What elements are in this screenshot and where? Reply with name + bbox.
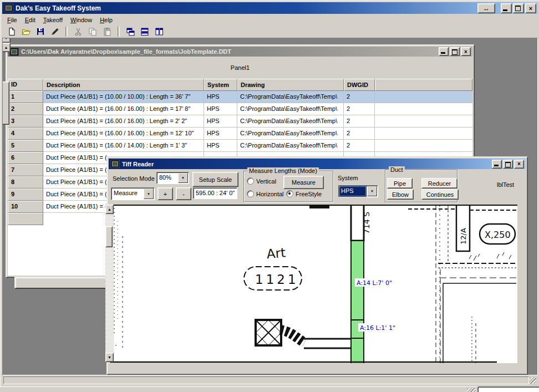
tiff-minimize-button[interactable] (492, 160, 502, 169)
row-header-id[interactable]: 5 (8, 140, 43, 152)
zoom-out-button[interactable]: - (176, 187, 191, 200)
chevron-down-icon[interactable]: ▼ (144, 189, 154, 199)
measure-mode-combobox[interactable]: Measure ▼ (111, 187, 155, 200)
cell-description[interactable]: Duct Piece (A1/B1) = (16.00 / 16.00) : L… (43, 128, 204, 140)
maximize-button[interactable] (513, 3, 524, 13)
column-header-system[interactable]: System (204, 79, 237, 91)
scroll-down-arrow[interactable]: ▼ (105, 353, 114, 362)
cascade-windows-icon[interactable] (124, 26, 136, 37)
row-header-id[interactable]: 3 (8, 115, 43, 128)
duct-continues-button[interactable]: Continues (421, 189, 459, 200)
open-folder-icon[interactable] (20, 26, 32, 37)
drawing-canvas[interactable]: 714 S Art 1121 1 (109, 205, 517, 363)
draw-icon[interactable] (49, 26, 61, 37)
swap-windows-button[interactable]: ↔ (477, 3, 495, 13)
cell-system[interactable]: HPS (204, 91, 237, 103)
tile-vertical-icon[interactable] (153, 26, 165, 37)
row-header-id[interactable]: 7 (8, 164, 43, 176)
row-header-id[interactable]: 6 (8, 152, 43, 164)
row-filler (375, 103, 472, 115)
tiff-close-button[interactable]: × (514, 160, 524, 169)
cell-system[interactable]: HPS (204, 115, 237, 128)
column-header-description[interactable]: Description (43, 79, 204, 91)
terminal-tag-text: X,250 (485, 230, 511, 240)
cell-drawing[interactable]: C:\ProgramData\EasyTakeoff\Temp\ (237, 140, 344, 152)
scroll-thumb[interactable] (2, 82, 9, 125)
zoom-in-button[interactable]: + (157, 187, 173, 200)
menu-help[interactable]: Help (96, 16, 116, 24)
scale-value-field[interactable]: 595.00 : 24' 0" (193, 187, 237, 199)
duct-reducer-button[interactable]: Reducer (421, 178, 457, 189)
cell-drawing[interactable]: C:\ProgramData\EasyTakeoff\Temp\ (237, 128, 344, 140)
table-row[interactable]: 5Duct Piece (A1/B1) = (16.00 / 14.00) : … (8, 140, 472, 152)
column-header-drawing[interactable]: Drawing (237, 79, 344, 91)
job-close-button[interactable]: × (461, 47, 471, 56)
status-panel (3, 376, 529, 384)
table-row[interactable]: 4Duct Piece (A1/B1) = (16.00 / 16.00) : … (8, 128, 472, 140)
tiff-maximize-button[interactable] (503, 160, 513, 169)
row-header-id[interactable]: 4 (8, 128, 43, 140)
setup-scale-button[interactable]: Setup Scale (192, 172, 238, 187)
save-icon[interactable] (34, 26, 47, 37)
resize-grip[interactable] (467, 388, 476, 392)
scroll-down-arrow[interactable]: ▼ (2, 38, 11, 43)
cell-system[interactable]: HPS (204, 103, 237, 115)
table-row[interactable]: 1Duct Piece (A1/B1) = (10.00 / 10.00) : … (8, 91, 472, 103)
cut-icon (72, 26, 84, 37)
radio-freestyle[interactable]: FreeStyle (286, 190, 322, 197)
cell-drawing[interactable]: C:\ProgramData\EasyTakeoff\Temp\ (237, 115, 344, 128)
chevron-down-icon[interactable]: ▼ (178, 173, 188, 183)
cell-dwgid[interactable]: 2 (344, 140, 375, 152)
job-minimize-button[interactable] (439, 47, 449, 56)
cell-dwgid[interactable]: 2 (344, 91, 375, 103)
tiff-reader-title: Tiff Reader (122, 161, 154, 167)
cell-dwgid[interactable]: 2 (344, 115, 375, 128)
new-file-icon[interactable] (6, 26, 18, 37)
zoom-combobox[interactable]: 80% ▼ (156, 172, 189, 184)
chevron-down-icon[interactable]: ▼ (367, 186, 377, 196)
radio-horizontal[interactable]: Horizontal (247, 190, 284, 197)
cell-description[interactable]: Duct Piece (A1/B1) = (16.00 / 16.00) : L… (43, 103, 204, 115)
column-header-id[interactable]: ID (8, 79, 43, 91)
cell-system[interactable]: HPS (204, 140, 237, 152)
duct-piece-highlight-lower[interactable] (351, 338, 364, 363)
minimize-button[interactable] (501, 3, 512, 13)
menu-edit[interactable]: Edit (22, 16, 39, 24)
row-header-id[interactable]: 9 (8, 189, 43, 201)
menu-window[interactable]: Window (67, 16, 95, 24)
duct-elbow-button[interactable]: Elbow (387, 189, 414, 200)
cell-description[interactable]: Duct Piece (A1/B1) = (10.00 / 10.00) : L… (43, 91, 204, 103)
job-maximize-button[interactable] (450, 47, 460, 56)
drawing-vertical-scrollbar[interactable]: ▲ ▼ (105, 205, 114, 362)
scroll-thumb[interactable] (105, 226, 113, 247)
lbltest-label: lblTest (497, 181, 514, 188)
mdi-workspace: C:\Users\Dak Ariyaratne\Dropbox\sample_f… (2, 38, 538, 375)
menu-file[interactable]: File (4, 16, 21, 24)
menu-takeoff[interactable]: Takeoff (40, 16, 66, 24)
cell-description[interactable]: Duct Piece (A1/B1) = (16.00 / 14.00) : L… (43, 140, 204, 152)
radio-vertical[interactable]: Vertical (247, 177, 276, 185)
tile-horizontal-icon[interactable] (139, 26, 151, 37)
column-header-dwgid[interactable]: DWGID (344, 79, 375, 91)
cell-drawing[interactable]: C:\ProgramData\EasyTakeoff\Temp\ (237, 103, 344, 115)
cell-dwgid[interactable]: 2 (344, 103, 375, 115)
scroll-up-arrow[interactable]: ▲ (105, 205, 114, 214)
table-row[interactable]: 2Duct Piece (A1/B1) = (16.00 / 16.00) : … (8, 103, 472, 115)
system-combobox[interactable]: HPS ▼ (338, 185, 378, 197)
cell-system[interactable]: HPS (204, 128, 237, 140)
cell-drawing[interactable]: C:\ProgramData\EasyTakeoff\Temp\ (237, 91, 344, 103)
measure-button[interactable]: Measure (283, 176, 324, 189)
resize-grip[interactable] (530, 377, 536, 384)
row-header-id[interactable]: 8 (8, 176, 43, 189)
row-header-id[interactable] (8, 213, 43, 225)
room-tag-text: 1121 (255, 272, 299, 287)
close-button[interactable]: × (525, 3, 536, 13)
row-header-id[interactable]: 10 (8, 201, 43, 213)
table-row[interactable]: 3Duct Piece (A1/B1) = (16.00 / 16.00) : … (8, 115, 472, 128)
row-header-id[interactable]: 1 (8, 91, 43, 103)
duct-pipe-button[interactable]: Pipe (387, 178, 413, 189)
row-header-id[interactable]: 2 (8, 103, 43, 115)
scroll-up-arrow[interactable]: ▲ (2, 43, 11, 52)
cell-description[interactable]: Duct Piece (A1/B1) = (16.00 / 16.00) : L… (43, 115, 204, 128)
cell-dwgid[interactable]: 2 (344, 128, 375, 140)
